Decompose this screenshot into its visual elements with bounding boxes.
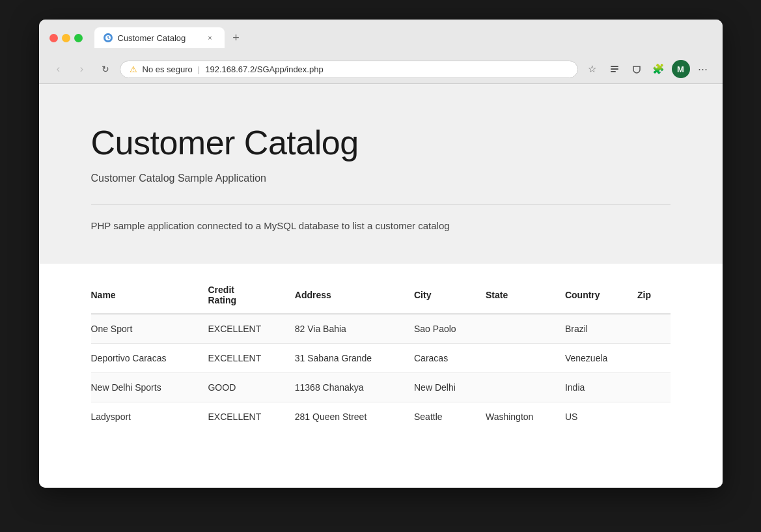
table-cell: India — [565, 373, 637, 402]
tab-close-button[interactable]: × — [205, 33, 215, 43]
tab-bar: Customer Catalog × + — [94, 27, 712, 48]
browser-titlebar: Customer Catalog × + — [39, 20, 723, 55]
svg-rect-3 — [611, 71, 616, 72]
customer-table: Name CreditRating Address City State Cou… — [91, 277, 671, 431]
table-cell: Deportivo Caracas — [91, 344, 208, 373]
toolbar-actions: ☆ 🧩 M ⋯ — [583, 60, 712, 78]
reader-mode-button[interactable] — [605, 60, 624, 78]
close-window-button[interactable] — [49, 34, 58, 42]
table-cell: Seattle — [414, 402, 486, 432]
table-section: Name CreditRating Address City State Cou… — [39, 264, 723, 444]
table-cell: EXCELLENT — [208, 344, 294, 373]
reload-button[interactable]: ↻ — [96, 60, 115, 78]
svg-rect-1 — [611, 66, 618, 67]
table-cell — [486, 314, 565, 344]
col-header-country: Country — [565, 277, 637, 314]
browser-content: Customer Catalog Customer Catalog Sample… — [39, 84, 723, 488]
bookmark-button[interactable]: ☆ — [583, 60, 602, 78]
insecure-icon: ⚠ — [130, 64, 137, 74]
table-row: One SportEXCELLENT82 Via BahiaSao PaoloB… — [91, 314, 671, 344]
table-cell: 281 Queen Street — [295, 402, 414, 432]
tab-favicon — [104, 33, 113, 42]
table-cell: EXCELLENT — [208, 314, 294, 344]
table-cell: New Delhi — [414, 373, 486, 402]
extensions-button[interactable]: 🧩 — [650, 60, 668, 78]
hero-section: Customer Catalog Customer Catalog Sample… — [39, 84, 723, 264]
page-subtitle: Customer Catalog Sample Application — [91, 173, 671, 184]
table-cell: EXCELLENT — [208, 402, 294, 432]
table-cell — [637, 314, 671, 344]
back-button[interactable]: ‹ — [49, 60, 68, 78]
browser-tab-active[interactable]: Customer Catalog × — [94, 27, 225, 48]
minimize-window-button[interactable] — [62, 34, 70, 42]
col-header-zip: Zip — [637, 277, 671, 314]
table-row: New Delhi SportsGOOD11368 ChanakyaNew De… — [91, 373, 671, 402]
url-separator: | — [198, 64, 200, 74]
table-header: Name CreditRating Address City State Cou… — [91, 277, 671, 314]
table-cell: Washington — [486, 402, 565, 432]
maximize-window-button[interactable] — [74, 34, 83, 42]
page-title: Customer Catalog — [91, 123, 671, 162]
table-cell: GOOD — [208, 373, 294, 402]
table-cell: One Sport — [91, 314, 208, 344]
table-header-row: Name CreditRating Address City State Cou… — [91, 277, 671, 314]
table-cell: 82 Via Bahia — [295, 314, 414, 344]
browser-controls: Customer Catalog × + — [49, 27, 712, 48]
tab-title: Customer Catalog — [118, 33, 200, 43]
table-cell: Ladysport — [91, 402, 208, 432]
table-cell: 11368 Chanakya — [295, 373, 414, 402]
table-cell — [486, 373, 565, 402]
pocket-button[interactable] — [628, 60, 646, 78]
col-header-name: Name — [91, 277, 208, 314]
table-cell: Sao Paolo — [414, 314, 486, 344]
table-cell: Caracas — [414, 344, 486, 373]
table-cell — [486, 344, 565, 373]
table-cell: Brazil — [565, 314, 637, 344]
profile-avatar[interactable]: M — [672, 60, 690, 78]
table-cell: US — [565, 402, 637, 432]
svg-rect-2 — [611, 68, 618, 70]
insecure-text: No es seguro — [143, 64, 193, 74]
browser-toolbar: ‹ › ↻ ⚠ No es seguro | 192.168.67.2/SGAp… — [39, 55, 723, 84]
col-header-address: Address — [295, 277, 414, 314]
traffic-lights — [49, 34, 83, 42]
table-row: Deportivo CaracasEXCELLENT31 Sabana Gran… — [91, 344, 671, 373]
browser-window: Customer Catalog × + ‹ › ↻ ⚠ No es segur… — [39, 20, 723, 488]
table-cell — [637, 373, 671, 402]
table-body: One SportEXCELLENT82 Via BahiaSao PaoloB… — [91, 314, 671, 431]
table-cell — [637, 402, 671, 432]
table-cell: 31 Sabana Grande — [295, 344, 414, 373]
col-header-city: City — [414, 277, 486, 314]
col-header-credit-rating: CreditRating — [208, 277, 294, 314]
hero-divider — [91, 204, 671, 204]
table-cell: Venezuela — [565, 344, 637, 373]
forward-button[interactable]: › — [73, 60, 91, 78]
url-text: 192.168.67.2/SGApp/index.php — [205, 64, 568, 74]
table-cell — [637, 344, 671, 373]
col-header-state: State — [486, 277, 565, 314]
menu-button[interactable]: ⋯ — [694, 60, 712, 78]
new-tab-button[interactable]: + — [227, 29, 245, 47]
table-cell: New Delhi Sports — [91, 373, 208, 402]
hero-description: PHP sample application connected to a My… — [91, 220, 671, 231]
table-row: LadysportEXCELLENT281 Queen StreetSeattl… — [91, 402, 671, 432]
address-bar[interactable]: ⚠ No es seguro | 192.168.67.2/SGApp/inde… — [120, 61, 578, 78]
